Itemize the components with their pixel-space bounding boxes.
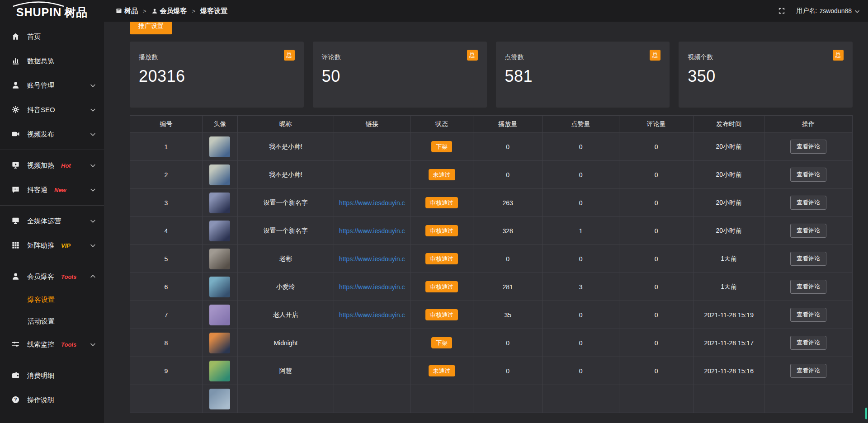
user-menu[interactable]: 用户名: zswodun88 <box>796 7 860 15</box>
cell-likes: 0 <box>542 301 619 329</box>
cell-likes: 0 <box>542 357 619 385</box>
cell-status: 下架 <box>410 329 473 357</box>
sidebar-item-clue-monitor[interactable]: 线索监控Tools <box>0 332 104 357</box>
cell-avatar <box>202 273 237 301</box>
status-badge[interactable]: 审核通过 <box>425 253 458 264</box>
chevron-down-icon <box>90 83 96 88</box>
app-logo[interactable]: SHUPIN树品 <box>0 0 104 22</box>
sidebar-item-consumption-detail[interactable]: 消费明细 <box>0 363 104 388</box>
video-link[interactable]: https://www.iesdouyin.c <box>335 311 409 319</box>
chevron-down-icon <box>90 163 96 168</box>
sidebar-item-video-publish[interactable]: 视频发布 <box>0 122 104 146</box>
user-icon <box>151 7 158 15</box>
cell-avatar <box>202 133 237 161</box>
video-link[interactable]: https://www.iesdouyin.c <box>335 199 409 207</box>
sidebar-item-label: 账号管理 <box>27 81 54 90</box>
cell-link: https://www.iesdouyin.c <box>334 189 410 217</box>
status-badge[interactable]: 未通过 <box>429 169 455 180</box>
breadcrumb-separator: > <box>192 8 196 14</box>
status-badge[interactable]: 审核通过 <box>425 225 458 236</box>
username-label: 用户名: <box>796 7 817 15</box>
cell-avatar <box>202 245 237 273</box>
status-badge[interactable]: 审核通过 <box>425 281 458 292</box>
stat-card-top: 评论数总 <box>322 50 478 61</box>
sidebar-divider <box>0 360 104 360</box>
sidebar-item-video-heating[interactable]: 视频加热Hot <box>0 153 104 178</box>
user-icon <box>11 272 20 281</box>
breadcrumb-item-2[interactable]: 会员爆客 <box>151 7 187 15</box>
breadcrumb-item-1[interactable]: 树品 <box>116 7 138 15</box>
view-comments-button[interactable]: 查看评论 <box>790 196 826 209</box>
sidebar-item-account-management[interactable]: 账号管理 <box>0 73 104 98</box>
cell-comments: 0 <box>619 273 693 301</box>
cell-plays: 0 <box>473 357 542 385</box>
view-comments-button[interactable]: 查看评论 <box>790 140 826 153</box>
cell-link: https://www.iesdouyin.c <box>334 273 410 301</box>
sidebar-item-label: 消费明细 <box>27 371 54 380</box>
status-badge[interactable]: 下架 <box>431 141 452 152</box>
scrollbar-thumb[interactable] <box>865 408 867 419</box>
view-comments-button[interactable]: 查看评论 <box>790 336 826 349</box>
sidebar-item-douyin-seo[interactable]: 抖音SEO <box>0 98 104 122</box>
status-badge[interactable]: 审核通过 <box>425 309 458 320</box>
avatar <box>209 136 230 157</box>
cell-action: 查看评论 <box>764 217 852 245</box>
avatar <box>209 389 230 409</box>
video-link[interactable]: https://www.iesdouyin.c <box>335 255 409 263</box>
chevron-down-icon <box>90 188 96 192</box>
cell-avatar <box>202 301 237 329</box>
stat-card-top: 点赞数总 <box>505 50 661 61</box>
cell-nickname: 小爱玲 <box>238 273 334 301</box>
stat-card-label: 播放数 <box>139 53 158 61</box>
cell-link <box>334 133 410 161</box>
view-comments-button[interactable]: 查看评论 <box>790 364 826 377</box>
sidebar-item-omni-media[interactable]: 全媒体运营 <box>0 209 104 233</box>
view-comments-button[interactable]: 查看评论 <box>790 252 826 265</box>
view-comments-button[interactable]: 查看评论 <box>790 280 826 293</box>
sidebar-divider <box>0 205 104 206</box>
status-badge[interactable]: 审核通过 <box>425 197 458 208</box>
stat-cards: 播放数总20316评论数总50点赞数总581视频个数总350 <box>130 42 853 108</box>
video-link[interactable]: https://www.iesdouyin.c <box>335 283 409 291</box>
cell-id: 8 <box>130 329 203 357</box>
sidebar-item-label: 视频发布 <box>27 130 54 139</box>
video-link[interactable]: https://www.iesdouyin.c <box>335 227 409 235</box>
cell-comments: 0 <box>619 245 693 273</box>
cell-link <box>334 385 410 413</box>
cell-link: https://www.iesdouyin.c <box>334 301 410 329</box>
sidebar-item-doukotong[interactable]: 抖客通New <box>0 178 104 202</box>
status-badge[interactable]: 未通过 <box>429 365 455 376</box>
cell-status <box>410 385 473 413</box>
fullscreen-icon[interactable] <box>778 7 785 14</box>
cell-status: 审核通过 <box>410 189 473 217</box>
cell-action: 查看评论 <box>764 189 852 217</box>
cell-time: 20小时前 <box>693 189 764 217</box>
cell-comments: 0 <box>619 357 693 385</box>
cell-time: 2021-11-28 15:17 <box>693 329 764 357</box>
cell-link <box>334 357 410 385</box>
cell-nickname: 阿慧 <box>238 357 334 385</box>
cell-nickname: 设置一个新名字 <box>238 217 334 245</box>
user-icon <box>11 81 20 90</box>
view-comments-button[interactable]: 查看评论 <box>790 224 826 237</box>
topbar: SHUPIN树品 树品>会员爆客>爆客设置 用户名: zswodun88 <box>0 0 868 22</box>
cell-plays <box>473 385 542 413</box>
status-badge[interactable]: 下架 <box>431 337 452 348</box>
sidebar-item-data-overview[interactable]: 数据总览 <box>0 49 104 73</box>
sidebar-item-member-baoke[interactable]: 会员爆客Tools <box>0 264 104 289</box>
sidebar-item-home[interactable]: 首页 <box>0 24 104 49</box>
view-comments-button[interactable]: 查看评论 <box>790 308 826 321</box>
sidebar-item-matrix-boost[interactable]: 矩阵助推VIP <box>0 233 104 258</box>
cell-plays: 263 <box>473 189 542 217</box>
cell-status: 审核通过 <box>410 245 473 273</box>
cell-action: 查看评论 <box>764 133 852 161</box>
cell-id: 9 <box>130 357 203 385</box>
sidebar-item-tag: Tools <box>61 273 76 280</box>
sidebar-subitem-activity-settings[interactable]: 活动设置 <box>0 310 104 332</box>
sidebar-subitem-baoke-settings[interactable]: 爆客设置 <box>0 289 104 310</box>
username-value: zswodun88 <box>820 7 852 14</box>
sidebar-item-operation-guide[interactable]: ?操作说明 <box>0 388 104 412</box>
view-comments-button[interactable]: 查看评论 <box>790 168 826 181</box>
column-header-5: 状态 <box>410 116 473 133</box>
sidebar-item-tag: New <box>54 187 66 193</box>
